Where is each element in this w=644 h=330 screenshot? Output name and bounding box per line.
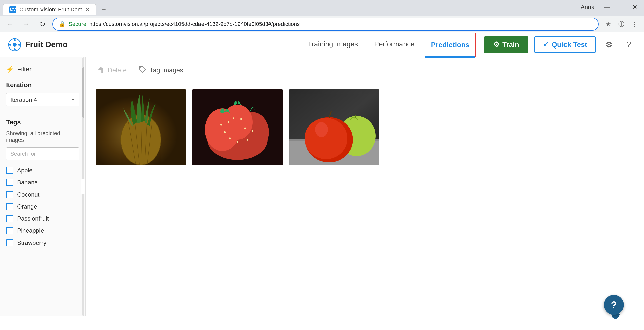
- content-area: 🗑 Delete Tag images: [86, 57, 644, 316]
- bookmark-icon[interactable]: ★: [603, 19, 614, 30]
- minimize-button[interactable]: —: [601, 1, 613, 13]
- image-card-apple[interactable]: [289, 89, 379, 165]
- svg-point-6: [140, 67, 141, 68]
- trash-icon: 🗑: [98, 66, 105, 74]
- tag-images-button[interactable]: Tag images: [137, 63, 185, 77]
- browser-tab[interactable]: CV Custom Vision: Fruit Dem ✕: [3, 4, 96, 15]
- tab-training-images[interactable]: Training Images: [302, 32, 364, 57]
- image-card-strawberry[interactable]: [192, 89, 283, 165]
- tag-checkbox-apple[interactable]: [6, 167, 13, 174]
- action-bar: 🗑 Delete Tag images: [96, 63, 634, 81]
- tag-checkbox-orange[interactable]: [6, 203, 13, 210]
- forward-button[interactable]: →: [20, 18, 32, 30]
- sidebar-collapse-button[interactable]: ‹: [81, 179, 86, 194]
- reload-button[interactable]: ↻: [36, 18, 48, 30]
- train-gear-icon: ⚙: [493, 40, 499, 49]
- sidebar-scrollbar-thumb: [82, 67, 84, 118]
- tag-checkbox-banana[interactable]: [6, 179, 13, 186]
- svg-point-5: [18, 44, 20, 46]
- tags-section: Tags Showing: all predicted images Apple…: [6, 116, 79, 249]
- tag-item-apple[interactable]: Apple: [6, 164, 79, 176]
- filter-icon: ⚡: [6, 65, 14, 73]
- new-tab-button[interactable]: +: [98, 3, 110, 15]
- app-logo-icon: [8, 38, 21, 51]
- tag-label-apple: Apple: [17, 167, 32, 174]
- quick-test-button[interactable]: ✓ Quick Test: [534, 36, 596, 53]
- tag-label-strawberry: Strawberry: [17, 239, 46, 246]
- app-title: Fruit Demo: [25, 40, 68, 49]
- sidebar: ⚡ Filter Iteration Iteration 4 Tags Show…: [0, 57, 86, 316]
- app-header: Fruit Demo Training Images Performance P…: [0, 32, 644, 57]
- tag-checkbox-pineapple[interactable]: [6, 227, 13, 234]
- main-layout: ⚡ Filter Iteration Iteration 4 Tags Show…: [0, 57, 644, 316]
- title-bar: CV Custom Vision: Fruit Dem ✕ + Anna — ☐…: [0, 0, 644, 16]
- tag-label-banana: Banana: [17, 179, 38, 186]
- tag-item-coconut[interactable]: Coconut: [6, 188, 79, 201]
- image-card-pineapple[interactable]: [96, 89, 186, 165]
- address-actions: ★ ⓘ ⋮: [603, 19, 640, 30]
- address-bar-row: ← → ↻ 🔒 Secure https://customvision.ai/p…: [0, 16, 644, 32]
- settings-button[interactable]: ⚙: [602, 38, 616, 52]
- tab-close-icon[interactable]: ✕: [85, 7, 90, 13]
- tag-item-pineapple[interactable]: Pineapple: [6, 225, 79, 237]
- images-grid: [96, 89, 634, 165]
- tab-predictions-wrapper: Predictions: [425, 32, 476, 57]
- help-button[interactable]: ?: [622, 38, 636, 52]
- svg-point-4: [9, 44, 11, 46]
- tab-label: Custom Vision: Fruit Dem: [19, 6, 82, 13]
- info-icon[interactable]: ⓘ: [616, 19, 627, 30]
- user-name: Anna: [581, 4, 595, 11]
- iteration-select[interactable]: Iteration 4: [6, 93, 79, 106]
- tag-label-passionfruit: Passionfruit: [17, 215, 49, 222]
- svg-point-1: [13, 43, 17, 47]
- filter-label: Filter: [17, 65, 32, 73]
- tab-predictions[interactable]: Predictions: [425, 33, 476, 57]
- tag-checkbox-coconut[interactable]: [6, 191, 13, 198]
- svg-point-36: [315, 122, 328, 137]
- tag-item-strawberry[interactable]: Strawberry: [6, 237, 79, 249]
- iteration-label: Iteration: [6, 81, 79, 89]
- checkmark-icon: ✓: [543, 40, 549, 49]
- maximize-button[interactable]: ☐: [615, 1, 627, 13]
- tab-performance[interactable]: Performance: [368, 32, 420, 57]
- tag-item-passionfruit[interactable]: Passionfruit: [6, 213, 79, 225]
- tag-item-orange[interactable]: Orange: [6, 201, 79, 213]
- close-button[interactable]: ✕: [629, 1, 641, 13]
- tags-showing-text: Showing: all predicted images: [6, 130, 79, 143]
- back-button[interactable]: ←: [4, 18, 16, 30]
- tag-search-input[interactable]: [6, 147, 79, 160]
- app-logo: Fruit Demo: [8, 38, 68, 51]
- url-text: https://customvision.ai/projects/ec4105d…: [89, 21, 592, 27]
- address-bar[interactable]: 🔒 Secure https://customvision.ai/project…: [52, 18, 599, 31]
- tag-search-wrap: [6, 147, 79, 160]
- app-nav: Training Images Performance Predictions …: [302, 32, 636, 57]
- tag-icon: [139, 65, 147, 75]
- secure-label: Secure: [69, 21, 86, 27]
- help-fab-button[interactable]: ?: [604, 295, 624, 315]
- tag-label-orange: Orange: [17, 203, 37, 210]
- secure-lock-icon: 🔒: [59, 21, 66, 27]
- tags-label: Tags: [6, 118, 79, 126]
- tags-list: Apple Banana Coconut Orange Passionfruit: [6, 164, 79, 249]
- train-button[interactable]: ⚙ Train: [484, 36, 528, 53]
- filter-header[interactable]: ⚡ Filter: [6, 65, 79, 73]
- tag-checkbox-passionfruit[interactable]: [6, 215, 13, 222]
- browser-menu-icon[interactable]: ⋮: [629, 19, 640, 30]
- tab-favicon: CV: [9, 6, 16, 13]
- browser-chrome: CV Custom Vision: Fruit Dem ✕ + Anna — ☐…: [0, 0, 644, 32]
- tag-label-coconut: Coconut: [17, 191, 39, 198]
- predictions-underline: [425, 56, 475, 57]
- svg-point-35: [305, 118, 347, 159]
- svg-point-3: [14, 48, 16, 50]
- tag-item-banana[interactable]: Banana: [6, 176, 79, 188]
- tag-checkbox-strawberry[interactable]: [6, 239, 13, 246]
- tag-label-pineapple: Pineapple: [17, 227, 44, 234]
- delete-button[interactable]: 🗑 Delete: [96, 64, 129, 76]
- svg-point-2: [14, 39, 16, 41]
